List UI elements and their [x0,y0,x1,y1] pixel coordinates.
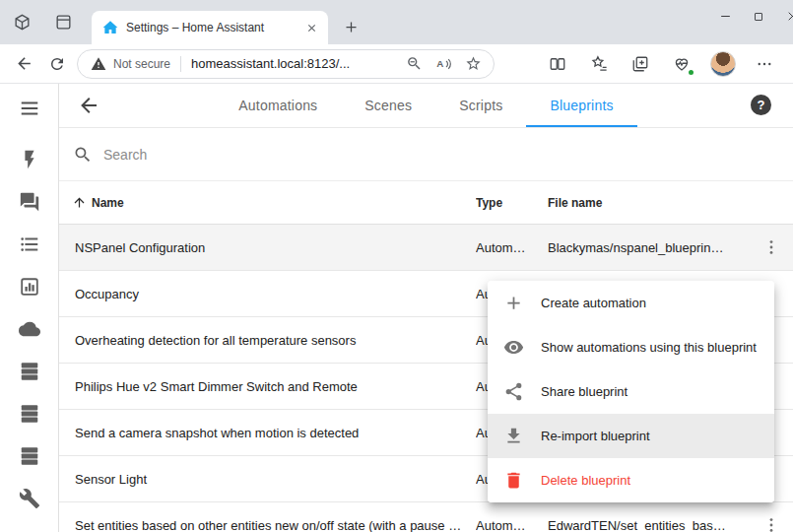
tab-scripts[interactable]: Scripts [435,84,526,127]
blueprint-name: Overheating detection for all temperatur… [59,333,476,348]
blueprint-name: Set entities based on other entities new… [59,518,476,532]
navbar-right-cluster [537,48,785,80]
tab-blueprints[interactable]: Blueprints [526,84,636,127]
profile-avatar[interactable] [710,51,736,77]
home-assistant-favicon [102,20,118,35]
new-tab-button[interactable] [339,15,363,38]
settings-tab-bar: Automations Scenes Scripts Blueprints ? [59,84,793,128]
blueprint-name: Send a camera snapshot when motion is de… [59,426,476,440]
menu-hamburger-icon[interactable] [18,97,41,120]
table-header: Name Type File name [59,181,793,225]
not-secure-warning-icon [90,55,107,73]
browser-tab[interactable]: Settings – Home Assistant [92,11,328,44]
split-screen-icon[interactable] [542,48,573,80]
blueprint-name: NSPanel Configuration [59,240,476,255]
blueprint-type: Autom… [476,518,548,532]
tab-scenes[interactable]: Scenes [341,84,435,127]
svg-text:A: A [436,58,443,69]
favorite-star-icon[interactable] [464,55,482,73]
column-header-type[interactable]: Type [476,196,548,210]
row-overflow-menu-icon[interactable] [750,237,793,257]
blueprint-file: Blackymas/nspanel_blueprin… [548,240,750,255]
menu-item-create-automation[interactable]: Create automation [488,281,774,325]
search-icon [73,145,93,165]
menu-item-reimport-blueprint[interactable]: Re-import blueprint [488,414,774,458]
sidebar [0,84,59,532]
address-bar[interactable]: Not secure homeassistant.local:8123/... … [77,49,495,79]
back-icon[interactable] [8,48,39,80]
close-button[interactable] [775,0,793,33]
tab-close-icon[interactable] [303,20,320,36]
blueprint-name: Philips Hue v2 Smart Dimmer Switch and R… [59,379,476,394]
sort-ascending-icon [72,195,87,210]
refresh-icon[interactable] [41,48,73,80]
share-icon [503,381,524,402]
row-overflow-menu-icon[interactable] [750,515,793,532]
browser-window: Settings – Home Assistant [0,0,793,532]
energy-lightning-icon[interactable] [18,148,41,171]
more-menu-icon[interactable] [749,48,780,80]
workspaces-icon[interactable] [13,13,32,32]
download-icon [503,426,524,446]
table-row[interactable]: Set entities based on other entities new… [59,502,793,532]
blueprint-context-menu: Create automation Show automations using… [488,281,774,502]
menu-item-share-blueprint[interactable]: Share blueprint [488,369,774,414]
ha-back-icon[interactable] [77,94,100,117]
chat-forum-icon[interactable] [18,190,41,214]
help-icon[interactable]: ? [751,95,771,115]
blueprint-name: Sensor Light [59,472,476,487]
url-text[interactable]: homeassistant.local:8123/... [191,56,393,71]
blueprint-type: Autom… [476,240,548,255]
server-icon[interactable] [18,444,41,468]
security-label[interactable]: Not secure [113,57,170,71]
maximize-button[interactable] [742,0,775,33]
zoom-out-icon[interactable] [405,55,423,73]
logbook-list-icon[interactable] [18,233,41,256]
trash-icon [503,470,524,491]
read-aloud-icon[interactable]: A [434,55,452,73]
blueprint-name: Occupancy [59,287,476,301]
essentials-status-dot [687,68,695,77]
minimize-button[interactable] [708,0,742,33]
tab-actions-icon[interactable] [54,13,73,32]
favorites-hub-icon[interactable] [583,48,615,80]
window-controls [708,0,793,33]
table-row[interactable]: NSPanel Configuration Autom… Blackymas/n… [59,225,793,271]
browser-essentials-icon[interactable] [666,48,697,80]
collections-icon[interactable] [625,48,656,80]
plus-icon [503,293,524,313]
column-header-name[interactable]: Name [59,195,476,210]
browser-navbar: Not secure homeassistant.local:8123/... … [0,44,793,84]
search-input[interactable] [103,147,781,163]
search-bar [59,128,793,181]
eye-icon [503,337,524,358]
cloud-icon[interactable] [18,317,41,341]
tab-automations[interactable]: Automations [215,84,341,127]
menu-item-delete-blueprint[interactable]: Delete blueprint [488,458,774,502]
menu-item-show-automations[interactable]: Show automations using this blueprint [488,325,774,369]
history-chart-icon[interactable] [18,275,41,299]
browser-titlebar: Settings – Home Assistant [0,0,793,44]
address-divider [180,56,181,72]
tab-title: Settings – Home Assistant [126,21,296,34]
column-header-file[interactable]: File name [548,196,750,210]
wrench-tools-icon[interactable] [18,487,41,510]
blueprint-file: EdwardTEN/set_entities_bas… [548,518,750,532]
server-icon[interactable] [18,402,41,426]
server-icon[interactable] [18,360,41,383]
